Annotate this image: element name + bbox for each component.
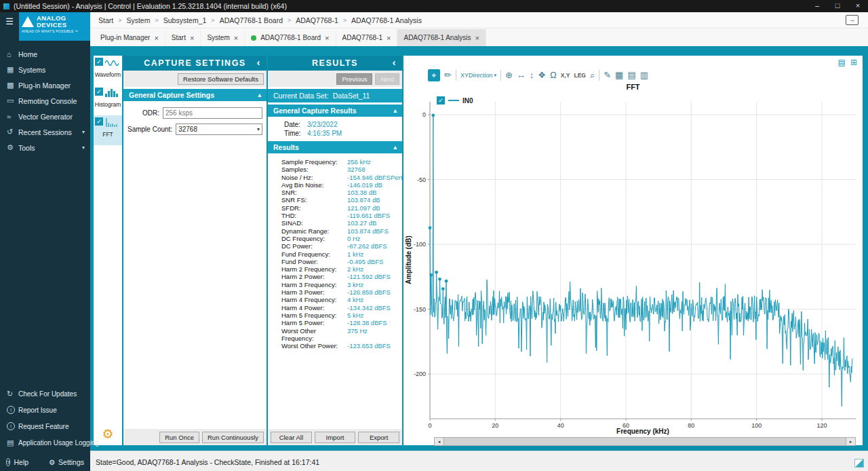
next-button[interactable]: Next — [375, 73, 399, 85]
sidebar-item-report-issue[interactable]: !Report Issue — [0, 402, 90, 418]
magnifier-tool[interactable]: ⌕ — [590, 69, 595, 81]
sidebar-item-vector-generator[interactable]: ≈Vector Generator — [0, 109, 90, 124]
sidebar-item-remoting-console[interactable]: ▭Remoting Console — [0, 93, 90, 109]
zoom-x-tool[interactable]: ↔ — [517, 69, 526, 81]
sidebar-item-plug-in-manager[interactable]: ▩Plug-in Manager — [0, 77, 90, 93]
sidebar-item-recent-sessions[interactable]: ↺Recent Sessions▾ — [0, 124, 90, 140]
checkbox-checked-icon[interactable]: ✓ — [95, 117, 103, 126]
sidebar-item-request-feature[interactable]: !Request Feature — [0, 418, 90, 434]
result-row-snr: SNR:103.38 dB — [281, 189, 402, 196]
tab-close-icon[interactable]: × — [234, 34, 238, 42]
chevron-down-icon: ▾ — [257, 126, 260, 132]
tab-adaq7768-1-board[interactable]: ADAQ7768-1 Board× — [245, 29, 336, 46]
zoom-extents-tool[interactable]: ⊕ — [505, 69, 513, 81]
tab-close-icon[interactable]: × — [154, 34, 158, 42]
brush-tool[interactable]: ✏ — [444, 69, 452, 81]
checkbox-checked-icon[interactable]: ✓ — [95, 58, 103, 66]
sidebar-item-home[interactable]: ⌂Home — [0, 46, 90, 62]
sidebar-menu: ⌂Home▦Systems▩Plug-in Manager▭Remoting C… — [0, 46, 90, 155]
odr-input[interactable] — [163, 107, 262, 119]
tab-adaq7768-1-analysis[interactable]: ADAQ7768-1 Analysis× — [397, 29, 486, 46]
open-sessions-panel-icon[interactable]: → — [846, 15, 859, 25]
rubber-band-zoom-tool[interactable]: Ω — [550, 69, 557, 81]
result-row-harm-2-frequency: Harm 2 Frequency:2 kHz — [281, 265, 402, 273]
legend-toggle[interactable]: LEG — [574, 72, 585, 79]
axis-values-toggle[interactable]: X,Y — [561, 72, 570, 79]
breadcrumb-item-adaq7768-1-board[interactable]: ADAQ7768-1 Board — [218, 16, 284, 24]
export-data-tool[interactable]: ▤ — [627, 69, 635, 81]
recent-sessions-icon: ↺ — [7, 128, 18, 136]
sample-count-dropdown[interactable]: 32768 ▾ — [176, 124, 262, 135]
breadcrumb-item-adaq7768-1-analysis[interactable]: ADAQ7768-1 Analysis — [350, 16, 423, 24]
settings-button[interactable]: Settings — [58, 458, 84, 466]
breadcrumb-separator: > — [151, 17, 161, 24]
data-table-icon[interactable]: ▤ — [838, 58, 846, 67]
app-icon — [3, 3, 9, 10]
title-bar: (Untitled Session) - Analysis | Control … — [0, 0, 868, 12]
tab-start[interactable]: Start× — [165, 29, 201, 46]
chevron-up-icon[interactable]: ▴ — [393, 107, 397, 114]
collapse-panel-icon[interactable]: ‹ — [257, 56, 261, 71]
tab-plug-in-manager[interactable]: Plug-in Manager× — [94, 29, 165, 46]
current-data-set-value[interactable]: DataSet_11 — [333, 92, 370, 100]
run-once-button[interactable]: Run Once — [159, 432, 199, 443]
tab-system[interactable]: System× — [201, 29, 245, 46]
annotate-tool[interactable]: ✎ — [604, 69, 611, 81]
chart-horizontal-scrollbar[interactable]: ◂ ▸ — [434, 437, 856, 446]
run-continuously-button[interactable]: Run Continuously — [202, 432, 264, 443]
series-line-sample — [448, 100, 459, 101]
tab-label: ADAQ7768-1 — [342, 34, 382, 41]
restore-software-defaults-button[interactable]: Restore Software Defaults — [178, 73, 264, 85]
checkbox-checked-icon[interactable]: ✓ — [95, 88, 103, 96]
tab-adaq7768-1[interactable]: ADAQ7768-1× — [336, 29, 398, 46]
chevron-up-icon[interactable]: ▴ — [393, 144, 397, 151]
sidebar-item-tools[interactable]: ⚙Tools▾ — [0, 140, 90, 155]
previous-button[interactable]: Previous — [336, 73, 372, 85]
collapse-panel-icon[interactable]: ‹ — [393, 56, 397, 71]
minimize-button[interactable]: – — [807, 0, 827, 12]
view-toggle-fft[interactable]: ✓FFT — [94, 115, 122, 145]
result-row-avg-bin-noise: Avg Bin Noise:-146.019 dB — [281, 181, 402, 189]
chevron-up-icon[interactable]: ▴ — [258, 92, 261, 98]
breadcrumb-item-system[interactable]: System — [125, 16, 151, 24]
sidebar-item-systems[interactable]: ▦Systems — [0, 62, 90, 77]
tab-close-icon[interactable]: × — [325, 34, 329, 42]
image-export-tool[interactable]: ▦ — [615, 69, 623, 81]
breadcrumb-item-start[interactable]: Start — [97, 16, 115, 24]
cursor-tool[interactable]: ⌖ — [428, 69, 440, 81]
breadcrumb-item-adaq7768-1[interactable]: ADAQ7768-1 — [294, 16, 339, 24]
clear-all-button[interactable]: Clear All — [271, 432, 312, 443]
gear-icon: ⚙ — [49, 458, 55, 466]
close-button[interactable]: × — [848, 0, 868, 12]
result-row-worst-other-frequency: Worst Other Frequency:375 Hz — [281, 327, 402, 343]
export-button[interactable]: Export — [358, 432, 399, 443]
tab-close-icon[interactable]: × — [475, 34, 479, 42]
import-button[interactable]: Import — [315, 432, 356, 443]
hamburger-menu-icon[interactable]: ☰ — [0, 12, 19, 41]
scroll-right-icon[interactable]: ▸ — [846, 438, 855, 445]
xy-direction-dropdown[interactable]: XYDirection▾ — [460, 72, 496, 79]
tab-close-icon[interactable]: × — [190, 34, 194, 42]
zoom-y-tool[interactable]: ↕ — [530, 69, 534, 81]
scroll-left-icon[interactable]: ◂ — [435, 438, 443, 445]
view-toggle-histogram[interactable]: ✓Histogram — [94, 86, 122, 115]
view-toggle-waveform[interactable]: ✓Waveform — [94, 56, 122, 86]
grid-layout-icon[interactable]: ⊞ — [850, 58, 857, 67]
tab-label: Start — [172, 34, 186, 41]
legend-checkbox-checked-icon[interactable]: ✓ — [437, 96, 445, 105]
svg-text:-50: -50 — [417, 176, 426, 183]
breadcrumb-item-subsystem-1[interactable]: Subsystem_1 — [162, 16, 208, 24]
toolbar-separator — [599, 70, 599, 81]
remoting-console-icon: ▭ — [7, 96, 18, 105]
copy-chart-tool[interactable]: ▥ — [640, 69, 648, 81]
fft-plot[interactable]: 0-50-100-150-200020406080100120Amplitude… — [403, 94, 863, 433]
sidebar-item-check-for-updates[interactable]: ↻Check For Updates — [0, 385, 90, 402]
sidebar-bottom-menu: ↻Check For Updates!Report Issue!Request … — [0, 385, 90, 451]
help-button[interactable]: Help — [14, 458, 28, 466]
tab-close-icon[interactable]: × — [387, 34, 391, 42]
scrollbar-thumb[interactable] — [443, 438, 846, 445]
maximize-button[interactable]: □ — [827, 0, 848, 12]
pan-tool[interactable]: ❖ — [538, 69, 546, 81]
resize-grip-icon[interactable] — [854, 459, 864, 468]
sidebar-item-application-usage-logging[interactable]: ▤Application Usage Logging — [0, 434, 90, 451]
